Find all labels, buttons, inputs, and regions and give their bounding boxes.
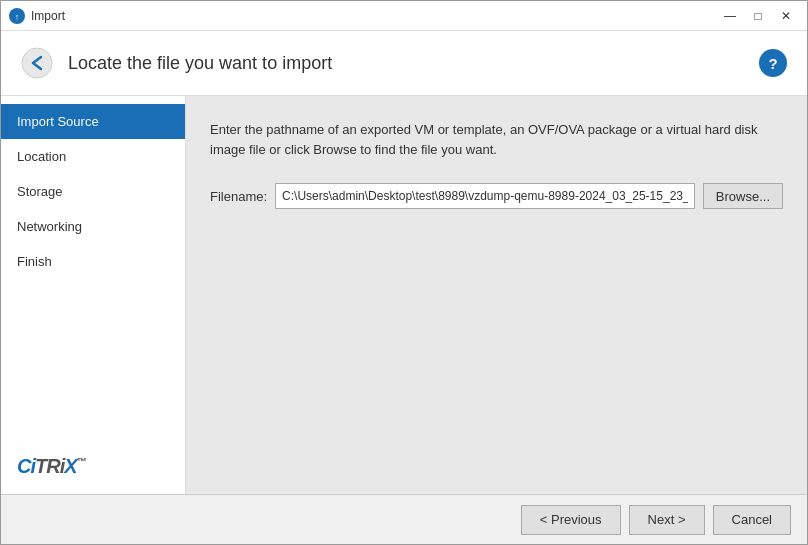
window: ↑ Import — □ ✕ Locate the file you want … [0,0,808,545]
app-icon: ↑ [9,8,25,24]
sidebar-item-networking[interactable]: Networking [1,209,185,244]
footer: < Previous Next > Cancel [1,494,807,544]
previous-button[interactable]: < Previous [521,505,621,535]
title-bar: ↑ Import — □ ✕ [1,1,807,31]
back-arrow-icon [21,47,53,79]
filename-input[interactable] [275,183,695,209]
window-title: Import [31,9,717,23]
filename-label: Filename: [210,189,267,204]
svg-text:↑: ↑ [15,12,20,22]
sidebar: Import Source Location Storage Networkin… [1,96,186,494]
filename-row: Filename: Browse... [210,183,783,209]
page-title: Locate the file you want to import [68,53,759,74]
close-button[interactable]: ✕ [773,5,799,27]
svg-point-2 [22,48,52,78]
description-text: Enter the pathname of an exported VM or … [210,120,770,159]
citrix-logo: CiTRiX™ [1,439,185,494]
help-button[interactable]: ? [759,49,787,77]
minimize-button[interactable]: — [717,5,743,27]
window-controls: — □ ✕ [717,5,799,27]
maximize-button[interactable]: □ [745,5,771,27]
citrix-logo-text: CiTRiX™ [17,455,169,478]
sidebar-item-location[interactable]: Location [1,139,185,174]
sidebar-item-import-source[interactable]: Import Source [1,104,185,139]
main-content: Enter the pathname of an exported VM or … [186,96,807,494]
sidebar-item-storage[interactable]: Storage [1,174,185,209]
cancel-button[interactable]: Cancel [713,505,791,535]
header-bar: Locate the file you want to import ? [1,31,807,96]
browse-button[interactable]: Browse... [703,183,783,209]
content-area: Import Source Location Storage Networkin… [1,96,807,494]
sidebar-item-finish[interactable]: Finish [1,244,185,279]
next-button[interactable]: Next > [629,505,705,535]
